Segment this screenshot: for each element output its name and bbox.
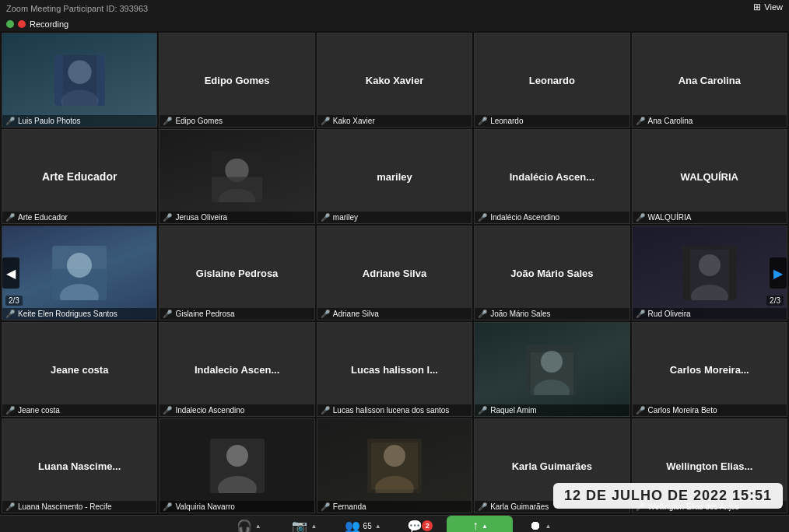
mic-icon: 🎤 (5, 406, 15, 415)
mic-icon: 🎤 (5, 502, 15, 511)
participant-name: João Mário Sales (490, 310, 550, 318)
mic-icon: 🎤 (5, 213, 15, 222)
mic-icon: 🎤 (636, 213, 645, 222)
participant-count: 65 (363, 522, 372, 530)
participant-tile: Carlos Moreira... 🎤 Carlos Moreira Beto (632, 322, 787, 417)
participant-name: WALQUÍRIA (648, 213, 692, 222)
participant-label-bar: 🎤 Leonardo (475, 115, 629, 127)
participants-icon: 👥 (345, 519, 360, 533)
participant-name: Luis Paulo Photos (18, 117, 81, 125)
participant-name: Luana Nascimento - Recife (18, 502, 112, 511)
participant-label-bar: 🎤 WALQUÍRIA (633, 212, 787, 223)
participant-tile: 🎤 Luis Paulo Photos (2, 33, 157, 128)
participant-name: Fernanda (333, 502, 366, 511)
mic-icon: 🎤 (321, 310, 330, 318)
participant-display-name: Indalecio Ascen... (191, 364, 282, 376)
record-button[interactable]: ⏺ ▲ Reco... (513, 519, 567, 532)
participant-label-bar: 🎤 Kako Xavier (317, 115, 472, 127)
participant-tile: 🎤 Fernanda (317, 418, 472, 513)
photo-container (317, 419, 472, 513)
mic-icon: 🎤 (5, 117, 15, 125)
participant-display-name: Edipo Gomes (202, 75, 273, 86)
participant-tile: Luana Nascime... 🎤 Luana Nascimento - Re… (2, 418, 157, 513)
mic-icon: 🎤 (478, 406, 487, 415)
mic-icon: 🎤 (636, 406, 645, 415)
participant-display-name: Ana Carolina (675, 75, 744, 86)
page-indicator-left: 2/3 (5, 296, 23, 306)
participant-display-name: Wellington Elias... (663, 460, 756, 472)
participants-button[interactable]: 👥 65 ▲ Participants (333, 519, 392, 533)
participant-tile: Adriane Silva 🎤 Adriane Silva (317, 226, 472, 320)
participant-name: mariley (333, 213, 358, 222)
participant-label-bar: 🎤 Arte Educador (2, 212, 156, 223)
title-text: Zoom Meeting Participant ID: 393963 (6, 4, 148, 13)
participant-name: Gislaine Pedrosa (175, 310, 234, 318)
participant-grid: 🎤 Luis Paulo Photos Edipo Gomes 🎤 Edipo … (0, 31, 789, 515)
svg-rect-11 (52, 246, 107, 269)
participant-display-name: Adriane Silva (359, 268, 430, 279)
mic-icon: 🎤 (5, 310, 15, 318)
avatar (212, 152, 262, 202)
nav-arrow-right[interactable]: ▶ (770, 257, 787, 289)
participant-tile: Leonardo 🎤 Leonardo (474, 33, 629, 128)
audio-icon: 🎧 (237, 519, 252, 533)
status-dot-green (6, 20, 14, 28)
mic-icon: 🎤 (163, 502, 172, 511)
share-screen-button[interactable]: ↑ ▲ Share Screen (447, 516, 513, 532)
participant-tile: Gislaine Pedrosa 🎤 Gislaine Pedrosa (159, 226, 314, 320)
avatar (367, 439, 422, 493)
participant-label-bar: 🎤 Jerusa Oliveira (160, 212, 314, 223)
record-icon: ⏺ (529, 519, 542, 532)
participant-tile: ▶ 2/3 🎤 Rud Oliveira (632, 226, 787, 320)
join-audio-button[interactable]: 🎧 ▲ Join Audio (222, 519, 276, 533)
participant-name: Jerusa Oliveira (175, 213, 227, 222)
participant-name: Indalécio Ascendino (490, 213, 559, 222)
participant-label-bar: 🎤 Luana Nascimento - Recife (2, 501, 156, 513)
participant-display-name: Luana Nascime... (35, 460, 124, 472)
participant-label-bar: 🎤 Rud Oliveira (633, 308, 787, 320)
avatar (210, 439, 265, 493)
participant-name: Leonardo (490, 117, 523, 125)
chat-button[interactable]: 💬 ▲ 2 Chat (392, 519, 447, 533)
participant-name: Jeane costa (18, 406, 60, 415)
participant-display-name: WALQUÍRIA (678, 171, 742, 183)
recording-label: Recording (30, 19, 68, 29)
mic-icon: 🎤 (321, 502, 330, 511)
view-button[interactable]: ⊞ View (753, 2, 783, 12)
participant-name: Indalecio Ascendino (175, 406, 244, 415)
participant-name: Arte Educador (18, 213, 68, 222)
participant-tile: Arte Educador 🎤 Arte Educador (2, 129, 157, 224)
participant-display-name: Indalécio Ascen... (507, 171, 598, 183)
chat-badge: 2 (422, 520, 433, 531)
avatar (682, 246, 737, 300)
participant-label-bar: 🎤 João Mário Sales (475, 308, 629, 320)
participant-label-bar: 🎤 Edipo Gomes (160, 115, 314, 127)
nav-arrow-left[interactable]: ◀ (2, 257, 19, 289)
participant-name: Raquel Amim (490, 406, 536, 415)
chat-icon: 💬 (407, 519, 423, 533)
participant-label-bar: 🎤 Raquel Amim (475, 404, 629, 416)
mic-icon: 🎤 (163, 117, 172, 125)
participant-display-name: Karla Guimarães (509, 460, 595, 472)
avatar (54, 55, 105, 106)
svg-rect-23 (210, 439, 265, 493)
participant-label-bar: 🎤 Fernanda (317, 501, 472, 513)
participant-name: Ana Carolina (648, 117, 693, 125)
participant-name: Adriane Silva (333, 310, 379, 318)
svg-rect-27 (371, 443, 418, 489)
start-video-button[interactable]: 📷 ▲ Start Video (276, 519, 333, 533)
mic-icon: 🎤 (321, 406, 330, 415)
page-indicator-right: 2/3 (766, 296, 784, 306)
participant-display-name: João Mário Sales (507, 268, 596, 279)
mic-icon: 🎤 (163, 310, 172, 318)
svg-rect-15 (690, 250, 729, 300)
svg-rect-7 (212, 177, 262, 202)
mic-icon: 🎤 (478, 213, 487, 222)
participant-name: Rud Oliveira (648, 310, 691, 318)
participant-name: Lucas halisson lucena dos santos (333, 406, 450, 415)
participant-label-bar: 🎤 Gislaine Pedrosa (160, 308, 314, 320)
participant-tile: João Mário Sales 🎤 João Mário Sales (474, 226, 629, 320)
participant-label-bar: 🎤 Carlos Moreira Beto (633, 404, 787, 416)
mic-icon: 🎤 (321, 117, 330, 125)
participant-label-bar: 🎤 Indalecio Ascendino (160, 404, 314, 416)
